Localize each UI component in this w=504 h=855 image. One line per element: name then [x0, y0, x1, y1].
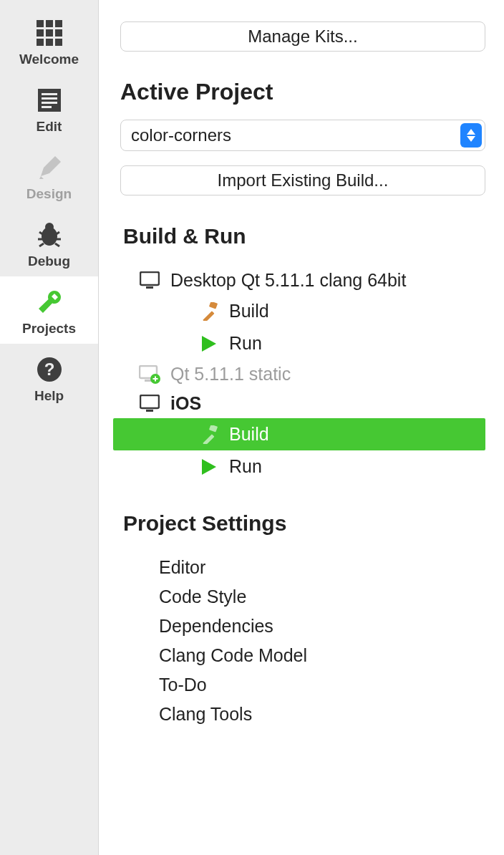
- svg-rect-6: [37, 39, 44, 46]
- svg-rect-4: [46, 29, 53, 37]
- svg-rect-12: [42, 102, 57, 104]
- sub-row-label: Run: [229, 456, 262, 477]
- kit-row[interactable]: Desktop Qt 5.11.1 clang 64bit: [135, 266, 485, 295]
- sidebar-item-label: Projects: [22, 321, 76, 337]
- sidebar-item-label: Debug: [28, 253, 70, 269]
- project-setting-item[interactable]: Clang Code Model: [159, 641, 485, 670]
- svg-rect-39: [146, 410, 153, 412]
- project-setting-item[interactable]: Editor: [159, 553, 485, 582]
- sidebar-item-help[interactable]: ? Help: [0, 344, 98, 411]
- svg-rect-0: [37, 20, 44, 27]
- project-setting-item[interactable]: To-Do: [159, 670, 485, 700]
- active-project-value: color-corners: [131, 125, 231, 145]
- wrench-icon: [34, 286, 65, 318]
- desktop-icon: [139, 271, 160, 290]
- project-setting-item[interactable]: Dependencies: [159, 612, 485, 641]
- active-project-heading: Active Project: [120, 79, 485, 105]
- project-setting-item[interactable]: Clang Tools: [159, 700, 485, 729]
- sub-row-label: Run: [229, 333, 262, 354]
- kit-run-row[interactable]: Run: [135, 450, 485, 483]
- svg-rect-30: [203, 311, 214, 321]
- svg-rect-13: [42, 106, 52, 108]
- svg-rect-37: [155, 376, 156, 381]
- sidebar-item-label: Help: [34, 388, 64, 404]
- svg-rect-40: [203, 434, 214, 444]
- sidebar-item-edit[interactable]: Edit: [0, 74, 98, 142]
- svg-rect-38: [140, 395, 159, 408]
- svg-marker-26: [467, 129, 475, 135]
- kit-name: Qt 5.11.1 static: [170, 364, 291, 385]
- hammer-icon: [199, 425, 219, 444]
- doc-icon: [34, 84, 65, 116]
- import-build-button[interactable]: Import Existing Build...: [120, 165, 485, 195]
- bug-icon: [34, 219, 65, 251]
- sidebar-item-debug[interactable]: Debug: [0, 209, 98, 276]
- sidebar-item-projects[interactable]: Projects: [0, 276, 98, 344]
- svg-marker-42: [202, 459, 216, 475]
- svg-marker-14: [41, 156, 61, 176]
- sidebar-item-label: Design: [26, 186, 72, 202]
- main-content: Manage Kits... Active Project color-corn…: [99, 0, 504, 855]
- svg-marker-27: [467, 136, 475, 142]
- svg-rect-28: [140, 272, 159, 285]
- svg-rect-11: [42, 97, 57, 100]
- desktop-icon: [139, 395, 160, 413]
- sidebar-item-label: Edit: [37, 119, 62, 135]
- svg-rect-7: [46, 39, 53, 46]
- active-project-select[interactable]: color-corners: [120, 120, 485, 151]
- svg-rect-31: [209, 302, 218, 309]
- svg-line-22: [39, 243, 44, 246]
- select-arrows-icon: [460, 123, 482, 148]
- build-run-heading: Build & Run: [123, 224, 485, 248]
- svg-marker-32: [202, 336, 216, 352]
- sub-row-label: Build: [229, 424, 269, 445]
- hammer-icon: [199, 302, 219, 321]
- svg-rect-9: [38, 89, 61, 112]
- svg-rect-29: [146, 286, 153, 289]
- manage-kits-button[interactable]: Manage Kits...: [120, 21, 485, 52]
- svg-rect-41: [209, 425, 218, 432]
- project-settings-heading: Project Settings: [123, 511, 485, 536]
- add-device-icon: [139, 365, 160, 384]
- svg-text:?: ?: [44, 359, 54, 379]
- left-sidebar: Welcome Edit Design: [0, 0, 99, 855]
- svg-line-23: [55, 243, 59, 246]
- sub-row-label: Build: [229, 301, 269, 322]
- play-icon: [199, 458, 219, 476]
- kits-tree: Desktop Qt 5.11.1 clang 64bit Build Run …: [135, 266, 485, 483]
- svg-rect-1: [46, 20, 53, 27]
- pencil-icon: [34, 152, 65, 183]
- kit-row[interactable]: Qt 5.11.1 static: [135, 359, 485, 389]
- project-setting-item[interactable]: Code Style: [159, 582, 485, 612]
- project-settings-list: EditorCode StyleDependenciesClang Code M…: [159, 553, 485, 729]
- help-icon: ?: [34, 354, 65, 385]
- svg-rect-10: [42, 93, 57, 95]
- play-icon: [199, 334, 219, 353]
- kit-build-row[interactable]: Build: [135, 295, 485, 327]
- kit-name: Desktop Qt 5.11.1 clang 64bit: [170, 270, 406, 291]
- svg-rect-8: [55, 39, 62, 46]
- kit-name: iOS: [170, 393, 201, 414]
- svg-rect-2: [55, 20, 62, 27]
- sidebar-item-welcome[interactable]: Welcome: [0, 7, 98, 74]
- svg-marker-15: [39, 176, 44, 179]
- kit-build-row[interactable]: Build: [113, 418, 485, 450]
- kit-row[interactable]: iOS: [135, 389, 485, 418]
- svg-point-17: [45, 223, 54, 231]
- kit-run-row[interactable]: Run: [135, 327, 485, 359]
- svg-rect-5: [55, 29, 62, 37]
- svg-rect-3: [37, 29, 44, 37]
- sidebar-item-design[interactable]: Design: [0, 142, 98, 209]
- sidebar-item-label: Welcome: [19, 52, 79, 67]
- grid-icon: [34, 17, 65, 49]
